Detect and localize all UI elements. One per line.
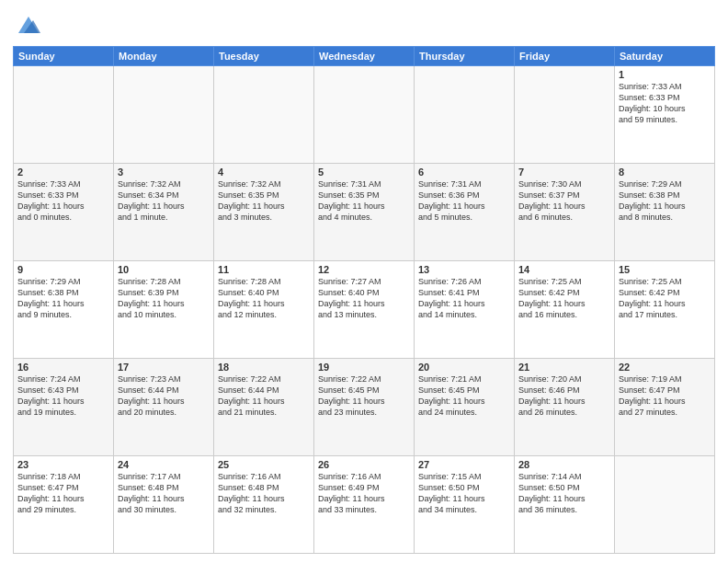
day-number: 25: [218, 459, 310, 470]
day-info: Sunrise: 7:20 AM Sunset: 6:46 PM Dayligh…: [518, 373, 610, 419]
day-info: Sunrise: 7:25 AM Sunset: 6:42 PM Dayligh…: [619, 276, 711, 321]
day-info: Sunrise: 7:23 AM Sunset: 6:44 PM Dayligh…: [118, 373, 210, 419]
day-info: Sunrise: 7:32 AM Sunset: 6:35 PM Dayligh…: [218, 178, 310, 224]
col-friday: Friday: [515, 47, 615, 66]
day-number: 12: [318, 264, 410, 275]
table-row: 15Sunrise: 7:25 AM Sunset: 6:42 PM Dayli…: [615, 261, 715, 359]
day-info: Sunrise: 7:33 AM Sunset: 6:33 PM Dayligh…: [17, 178, 109, 224]
table-row: 11Sunrise: 7:28 AM Sunset: 6:40 PM Dayli…: [214, 261, 314, 359]
day-info: Sunrise: 7:19 AM Sunset: 6:47 PM Dayligh…: [619, 373, 711, 419]
day-number: 9: [17, 264, 109, 275]
col-thursday: Thursday: [415, 47, 515, 66]
calendar-week-row: 23Sunrise: 7:18 AM Sunset: 6:47 PM Dayli…: [14, 456, 715, 554]
table-row: 22Sunrise: 7:19 AM Sunset: 6:47 PM Dayli…: [615, 359, 715, 456]
table-row: [415, 66, 515, 164]
table-row: 12Sunrise: 7:27 AM Sunset: 6:40 PM Dayli…: [314, 261, 415, 359]
day-info: Sunrise: 7:21 AM Sunset: 6:45 PM Dayligh…: [418, 373, 510, 419]
day-number: 21: [518, 362, 610, 373]
table-row: 5Sunrise: 7:31 AM Sunset: 6:35 PM Daylig…: [314, 164, 415, 261]
day-info: Sunrise: 7:31 AM Sunset: 6:36 PM Dayligh…: [418, 178, 510, 224]
calendar-week-row: 16Sunrise: 7:24 AM Sunset: 6:43 PM Dayli…: [14, 359, 715, 456]
table-row: 6Sunrise: 7:31 AM Sunset: 6:36 PM Daylig…: [415, 164, 515, 261]
day-number: 6: [418, 167, 510, 178]
table-row: 17Sunrise: 7:23 AM Sunset: 6:44 PM Dayli…: [114, 359, 214, 456]
calendar-week-row: 2Sunrise: 7:33 AM Sunset: 6:33 PM Daylig…: [14, 164, 715, 261]
col-saturday: Saturday: [615, 47, 715, 66]
table-row: 7Sunrise: 7:30 AM Sunset: 6:37 PM Daylig…: [515, 164, 615, 261]
day-info: Sunrise: 7:22 AM Sunset: 6:44 PM Dayligh…: [218, 373, 310, 419]
day-number: 3: [118, 167, 210, 178]
day-number: 14: [518, 264, 610, 275]
day-number: 22: [619, 362, 711, 373]
day-info: Sunrise: 7:26 AM Sunset: 6:41 PM Dayligh…: [418, 276, 510, 321]
table-row: 2Sunrise: 7:33 AM Sunset: 6:33 PM Daylig…: [14, 164, 114, 261]
page: Sunday Monday Tuesday Wednesday Thursday…: [0, 0, 728, 563]
day-number: 18: [218, 362, 310, 373]
day-number: 24: [118, 459, 210, 470]
table-row: 20Sunrise: 7:21 AM Sunset: 6:45 PM Dayli…: [415, 359, 515, 456]
table-row: [615, 456, 715, 554]
table-row: 27Sunrise: 7:15 AM Sunset: 6:50 PM Dayli…: [415, 456, 515, 554]
table-row: 25Sunrise: 7:16 AM Sunset: 6:48 PM Dayli…: [214, 456, 314, 554]
day-number: 20: [418, 362, 510, 373]
table-row: 4Sunrise: 7:32 AM Sunset: 6:35 PM Daylig…: [214, 164, 314, 261]
table-row: [114, 66, 214, 164]
col-monday: Monday: [114, 47, 214, 66]
table-row: [515, 66, 615, 164]
col-sunday: Sunday: [14, 47, 114, 66]
day-number: 10: [118, 264, 210, 275]
col-wednesday: Wednesday: [314, 47, 415, 66]
table-row: 18Sunrise: 7:22 AM Sunset: 6:44 PM Dayli…: [214, 359, 314, 456]
day-info: Sunrise: 7:17 AM Sunset: 6:48 PM Dayligh…: [118, 471, 210, 516]
day-info: Sunrise: 7:25 AM Sunset: 6:42 PM Dayligh…: [518, 276, 610, 321]
day-number: 19: [318, 362, 410, 373]
table-row: [214, 66, 314, 164]
table-row: 19Sunrise: 7:22 AM Sunset: 6:45 PM Dayli…: [314, 359, 415, 456]
table-row: 3Sunrise: 7:32 AM Sunset: 6:34 PM Daylig…: [114, 164, 214, 261]
day-info: Sunrise: 7:16 AM Sunset: 6:48 PM Dayligh…: [218, 471, 310, 516]
table-row: 13Sunrise: 7:26 AM Sunset: 6:41 PM Dayli…: [415, 261, 515, 359]
day-number: 8: [619, 167, 711, 178]
table-row: 1Sunrise: 7:33 AM Sunset: 6:33 PM Daylig…: [615, 66, 715, 164]
day-number: 1: [619, 69, 711, 80]
logo-icon: [15, 11, 42, 39]
table-row: 9Sunrise: 7:29 AM Sunset: 6:38 PM Daylig…: [14, 261, 114, 359]
day-info: Sunrise: 7:24 AM Sunset: 6:43 PM Dayligh…: [17, 373, 109, 419]
header: [13, 11, 715, 39]
day-info: Sunrise: 7:28 AM Sunset: 6:40 PM Dayligh…: [218, 276, 310, 321]
calendar-header-row: Sunday Monday Tuesday Wednesday Thursday…: [14, 47, 715, 66]
day-info: Sunrise: 7:27 AM Sunset: 6:40 PM Dayligh…: [318, 276, 410, 321]
day-number: 23: [17, 459, 109, 470]
table-row: 8Sunrise: 7:29 AM Sunset: 6:38 PM Daylig…: [615, 164, 715, 261]
day-number: 2: [17, 167, 109, 178]
day-number: 17: [118, 362, 210, 373]
day-number: 13: [418, 264, 510, 275]
day-number: 28: [518, 459, 610, 470]
day-number: 11: [218, 264, 310, 275]
table-row: [14, 66, 114, 164]
day-info: Sunrise: 7:22 AM Sunset: 6:45 PM Dayligh…: [318, 373, 410, 419]
day-info: Sunrise: 7:18 AM Sunset: 6:47 PM Dayligh…: [17, 471, 109, 516]
table-row: 28Sunrise: 7:14 AM Sunset: 6:50 PM Dayli…: [515, 456, 615, 554]
day-info: Sunrise: 7:14 AM Sunset: 6:50 PM Dayligh…: [518, 471, 610, 516]
day-info: Sunrise: 7:16 AM Sunset: 6:49 PM Dayligh…: [318, 471, 410, 516]
day-info: Sunrise: 7:32 AM Sunset: 6:34 PM Dayligh…: [118, 178, 210, 224]
table-row: 21Sunrise: 7:20 AM Sunset: 6:46 PM Dayli…: [515, 359, 615, 456]
day-info: Sunrise: 7:28 AM Sunset: 6:39 PM Dayligh…: [118, 276, 210, 321]
table-row: 16Sunrise: 7:24 AM Sunset: 6:43 PM Dayli…: [14, 359, 114, 456]
calendar-week-row: 9Sunrise: 7:29 AM Sunset: 6:38 PM Daylig…: [14, 261, 715, 359]
day-info: Sunrise: 7:15 AM Sunset: 6:50 PM Dayligh…: [418, 471, 510, 516]
calendar-week-row: 1Sunrise: 7:33 AM Sunset: 6:33 PM Daylig…: [14, 66, 715, 164]
day-number: 5: [318, 167, 410, 178]
calendar-table: Sunday Monday Tuesday Wednesday Thursday…: [13, 46, 715, 554]
day-number: 16: [17, 362, 109, 373]
table-row: [314, 66, 415, 164]
day-number: 26: [318, 459, 410, 470]
day-number: 15: [619, 264, 711, 275]
day-number: 27: [418, 459, 510, 470]
table-row: 14Sunrise: 7:25 AM Sunset: 6:42 PM Dayli…: [515, 261, 615, 359]
day-info: Sunrise: 7:33 AM Sunset: 6:33 PM Dayligh…: [619, 81, 711, 126]
table-row: 23Sunrise: 7:18 AM Sunset: 6:47 PM Dayli…: [14, 456, 114, 554]
table-row: 10Sunrise: 7:28 AM Sunset: 6:39 PM Dayli…: [114, 261, 214, 359]
day-info: Sunrise: 7:30 AM Sunset: 6:37 PM Dayligh…: [518, 178, 610, 224]
